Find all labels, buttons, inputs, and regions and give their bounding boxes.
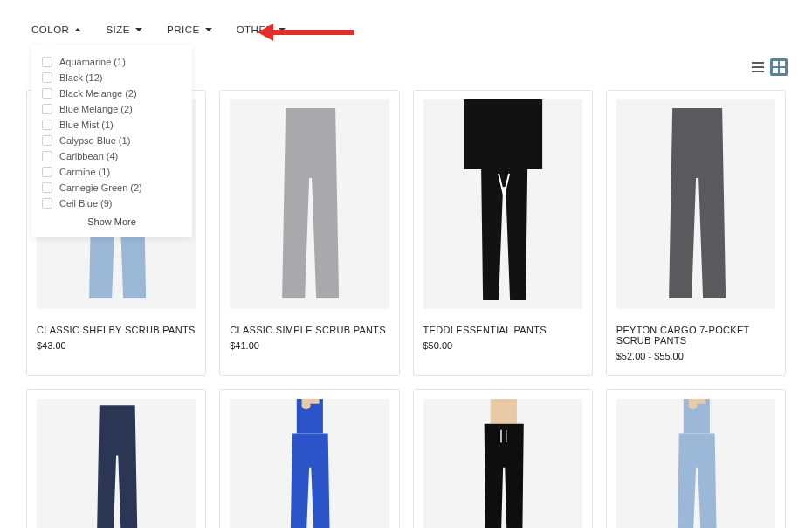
product-price: $41.00 [230, 340, 389, 351]
svg-rect-18 [490, 399, 516, 424]
checkbox[interactable] [42, 198, 52, 209]
color-option[interactable]: Carmine (1) [42, 164, 182, 180]
product-image [616, 99, 775, 309]
product-name: TEDDI ESSENTIAL PANTS [423, 325, 582, 335]
checkbox[interactable] [42, 57, 52, 67]
color-option-label: Carnegie Green (2) [59, 182, 142, 193]
color-option[interactable]: Blue Mist (1) [42, 117, 182, 133]
color-option[interactable]: Blue Melange (2) [42, 101, 182, 117]
product-price: $50.00 [423, 340, 582, 351]
color-option[interactable]: Calypso Blue (1) [42, 133, 182, 148]
checkbox[interactable] [42, 182, 52, 193]
checkbox[interactable] [42, 151, 52, 161]
color-option[interactable]: Caribbean (4) [42, 148, 182, 164]
product-image [616, 399, 775, 528]
product-image [423, 399, 582, 528]
product-name: CLASSIC SHELBY SCRUB PANTS [37, 325, 196, 335]
color-option-label: Aquamarine (1) [59, 57, 126, 67]
color-option-label: Black (12) [59, 72, 103, 83]
checkbox[interactable] [42, 72, 52, 83]
checkbox[interactable] [42, 167, 52, 177]
svg-rect-16 [302, 399, 320, 404]
product-image [423, 99, 582, 309]
product-image [37, 399, 196, 528]
product-name: PEYTON CARGO 7-POCKET SCRUB PANTS [616, 325, 775, 346]
color-option-label: Blue Mist (1) [59, 120, 114, 130]
checkbox[interactable] [42, 88, 52, 99]
show-more-button[interactable]: Show More [42, 211, 182, 229]
svg-rect-10 [464, 99, 542, 169]
product-image [230, 99, 389, 309]
product-image [230, 399, 389, 528]
product-price: $43.00 [37, 340, 196, 351]
color-option[interactable]: Carnegie Green (2) [42, 180, 182, 195]
color-dropdown[interactable]: Aquamarine (1)Black (12)Black Melange (2… [31, 45, 192, 237]
product-card[interactable] [413, 389, 593, 528]
svg-rect-22 [688, 399, 705, 404]
product-card[interactable]: PEYTON CARGO 7-POCKET SCRUB PANTS$52.00 … [606, 90, 786, 376]
color-option[interactable]: Black (12) [42, 70, 182, 86]
color-option[interactable]: Black Melange (2) [42, 86, 182, 101]
product-name: CLASSIC SIMPLE SCRUB PANTS [230, 325, 389, 335]
checkbox[interactable] [42, 135, 52, 146]
product-card[interactable] [26, 389, 206, 528]
color-option-label: Blue Melange (2) [59, 104, 133, 114]
color-option[interactable]: Ceil Blue (9) [42, 195, 182, 211]
product-card[interactable]: CLASSIC SIMPLE SCRUB PANTS$41.00 [219, 90, 399, 376]
color-option-label: Black Melange (2) [59, 88, 137, 99]
product-card[interactable] [606, 389, 786, 528]
color-option-label: Carmine (1) [59, 167, 110, 177]
color-option-label: Caribbean (4) [59, 151, 118, 161]
checkbox[interactable] [42, 104, 52, 114]
product-card[interactable]: TEDDI ESSENTIAL PANTS$50.00 [413, 90, 593, 376]
product-card[interactable] [219, 389, 399, 528]
color-option-label: Calypso Blue (1) [59, 135, 130, 146]
checkbox[interactable] [42, 120, 52, 130]
color-option[interactable]: Aquamarine (1) [42, 54, 182, 70]
color-option-label: Ceil Blue (9) [59, 198, 113, 209]
product-price: $52.00 - $55.00 [616, 351, 775, 361]
